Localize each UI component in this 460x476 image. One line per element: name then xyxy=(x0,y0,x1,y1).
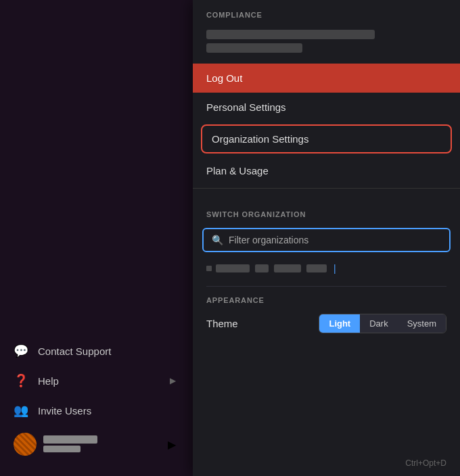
user-name xyxy=(43,435,161,446)
switch-org-label: SWITCH ORGANIZATION xyxy=(193,199,460,224)
avatar xyxy=(14,433,37,456)
help-icon: ❓ xyxy=(14,373,28,388)
keyboard-shortcut-hint: Ctrl+Opt+D xyxy=(193,453,460,476)
sidebar-item-contact-support[interactable]: 💬 Contact Support xyxy=(0,337,189,365)
theme-light-button[interactable]: Light xyxy=(319,314,360,333)
switch-org-section: SWITCH ORGANIZATION 🔍 Filter organizatio… xyxy=(193,191,460,286)
appearance-section: APPEARANCE Theme Light Dark System xyxy=(193,287,460,343)
user-org xyxy=(43,446,161,454)
org-extra-blurred xyxy=(255,264,269,272)
chat-icon: 💬 xyxy=(14,343,28,358)
search-icon: 🔍 xyxy=(212,235,223,245)
theme-row: Theme Light Dark System xyxy=(206,314,446,333)
chevron-right-icon: ▶ xyxy=(168,438,176,451)
theme-selector: Light Dark System xyxy=(319,314,446,333)
menu-divider xyxy=(193,188,460,189)
personal-settings-item[interactable]: Personal Settings xyxy=(193,93,460,122)
compliance-blurred-content xyxy=(193,24,460,64)
blurred-line-2 xyxy=(206,43,302,53)
org-name-blurred xyxy=(216,264,250,272)
users-icon: 👥 xyxy=(14,403,28,418)
sidebar-item-invite-users[interactable]: 👥 Invite Users xyxy=(0,396,189,425)
search-placeholder: Filter organizations xyxy=(229,235,441,245)
compliance-section-label: COMPLIANCE xyxy=(193,0,460,24)
sidebar-bottom: 💬 Contact Support ❓ Help ▶ 👥 Invite User… xyxy=(0,337,189,462)
org-list-item[interactable]: | xyxy=(193,256,460,281)
sidebar-item-label: Help xyxy=(38,375,59,387)
theme-dark-button[interactable]: Dark xyxy=(360,314,397,333)
user-menu-trigger[interactable]: ▶ xyxy=(0,426,189,462)
logout-button[interactable]: Log Out xyxy=(193,64,460,93)
chevron-right-icon: ▶ xyxy=(170,376,176,385)
cursor-indicator: | xyxy=(334,263,336,274)
dropdown-menu: COMPLIANCE Log Out Personal Settings Org… xyxy=(193,0,460,476)
plan-usage-item[interactable]: Plan & Usage xyxy=(193,156,460,185)
sidebar: 💬 Contact Support ❓ Help ▶ 👥 Invite User… xyxy=(0,0,189,476)
organization-settings-item[interactable]: Organization Settings xyxy=(201,124,452,153)
org-icon xyxy=(206,266,212,271)
theme-label: Theme xyxy=(206,318,238,329)
user-info xyxy=(43,435,161,454)
sidebar-item-label: Contact Support xyxy=(38,346,111,357)
sidebar-item-label: Invite Users xyxy=(38,405,91,416)
filter-organizations-input[interactable]: 🔍 Filter organizations xyxy=(202,228,451,252)
appearance-label: APPEARANCE xyxy=(206,296,446,307)
sidebar-item-help[interactable]: ❓ Help ▶ xyxy=(0,366,189,395)
blurred-line-1 xyxy=(206,30,375,39)
theme-system-button[interactable]: System xyxy=(398,314,446,333)
org-extra2-blurred xyxy=(274,264,301,272)
org-extra3-blurred xyxy=(306,264,327,272)
